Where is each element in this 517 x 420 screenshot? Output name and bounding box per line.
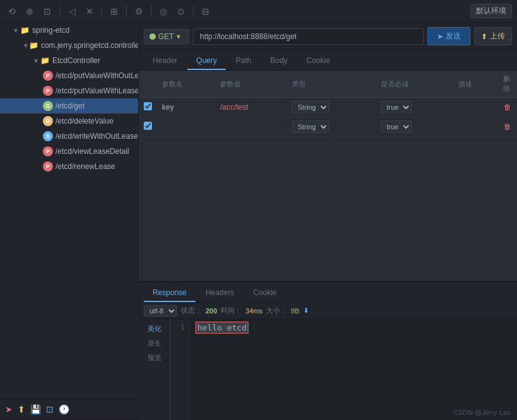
method-label: GET xyxy=(158,32,174,41)
method-dot xyxy=(149,33,156,40)
sidebar-icon-save[interactable]: 💾 xyxy=(30,404,41,414)
tree-project[interactable]: ▼ 📁 spring-etcd xyxy=(0,23,138,38)
row0-checkbox[interactable] xyxy=(144,102,152,110)
col-check xyxy=(139,71,157,98)
tree-endpoint-0[interactable]: P /etcd/putValueWithOutLease xyxy=(0,68,138,83)
send-label: 发送 xyxy=(446,31,461,42)
params-table: 参数名 参数值 类型 是否必须 描述 删除 key /acc/test xyxy=(139,71,517,137)
tab-body[interactable]: Body xyxy=(262,52,296,70)
project-arrow: ▼ xyxy=(13,27,20,34)
tree-endpoint-4[interactable]: B /etcd/writeWithOutLease xyxy=(0,129,138,144)
encoding-select[interactable]: utf-8 xyxy=(144,305,177,317)
toolbar-sep-3 xyxy=(126,6,127,17)
row1-required[interactable]: true xyxy=(376,117,453,137)
tree-controller[interactable]: ▼ 📁 EtcdController xyxy=(0,53,138,68)
response-body: 美化 原生 预览 1 hello etcd xyxy=(139,319,517,420)
row0-type-select[interactable]: String xyxy=(292,101,329,114)
toolbar-sep-1 xyxy=(59,6,60,17)
row0-required-select[interactable]: true xyxy=(381,101,412,114)
row0-delete[interactable]: 🗑 xyxy=(498,98,517,117)
right-content: GET ▾ ➤ 发送 ⬆ 上传 Header Query Path Body C… xyxy=(139,23,517,420)
url-input[interactable] xyxy=(193,28,424,45)
toolbar-icon-4[interactable]: ◁ xyxy=(65,4,79,18)
badge-4: B xyxy=(43,131,53,141)
package-arrow: ▼ xyxy=(23,42,29,49)
toolbar-icon-2[interactable]: ⊕ xyxy=(23,4,37,18)
resp-view-preview[interactable]: 预览 xyxy=(139,351,170,365)
download-icon[interactable]: ⬇ xyxy=(303,306,309,315)
sidebar-icon-copy[interactable]: ⊡ xyxy=(46,404,54,414)
tree-endpoint-1[interactable]: P /etcd/putValueWithLease xyxy=(0,83,138,98)
response-section: Response Headers Cookie utf-8 状态： 200 时间… xyxy=(139,281,517,420)
resp-tab-response[interactable]: Response xyxy=(144,284,195,302)
row1-check[interactable] xyxy=(139,117,157,137)
resp-view-raw[interactable]: 原生 xyxy=(139,336,170,351)
sidebar-tree: ▼ 📁 spring-etcd ▼ 📁 com.jerry.springetcd… xyxy=(0,23,139,399)
upload-label: 上传 xyxy=(490,31,505,42)
row1-key xyxy=(157,117,215,137)
row0-type[interactable]: String xyxy=(287,98,376,117)
col-param-value: 参数值 xyxy=(215,71,287,98)
row0-required[interactable]: true xyxy=(376,98,453,117)
sidebar-toolbar: ➤ ⬆ 💾 ⊡ 🕐 xyxy=(0,399,138,420)
sidebar-icon-upload[interactable]: ⬆ xyxy=(18,404,25,414)
package-label: com.jerry.springetcd.controller xyxy=(41,41,139,50)
left-panel: ▼ 📁 spring-etcd ▼ 📁 com.jerry.springetcd… xyxy=(0,23,139,420)
toolbar-icon-5[interactable]: ✕ xyxy=(83,4,96,18)
row0-check[interactable] xyxy=(139,98,157,117)
tree-endpoint-5[interactable]: P /etcd/viewLeaseDetail xyxy=(0,144,138,159)
row0-key: key xyxy=(157,98,215,117)
tree-package[interactable]: ▼ 📁 com.jerry.springetcd.controller xyxy=(0,38,138,53)
time-label: 时间： xyxy=(221,306,241,315)
toolbar-sep-2 xyxy=(102,6,102,17)
size-label: 大小： xyxy=(266,306,287,315)
col-type: 类型 xyxy=(287,71,376,98)
resp-tab-headers[interactable]: Headers xyxy=(197,284,243,302)
tab-cookie[interactable]: Cookie xyxy=(298,52,339,70)
col-delete: 删除 xyxy=(498,71,517,98)
tab-query[interactable]: Query xyxy=(187,52,226,70)
controller-label: EtcdController xyxy=(52,56,100,65)
col-desc: 描述 xyxy=(453,71,499,98)
row0-value: /acc/test xyxy=(215,98,287,117)
url-bar: GET ▾ ➤ 发送 ⬆ 上传 xyxy=(139,23,517,50)
row1-type-select[interactable]: String xyxy=(292,120,329,133)
tab-header[interactable]: Header xyxy=(144,52,186,70)
tree-endpoint-2[interactable]: G /etcd/get xyxy=(0,98,138,114)
send-button[interactable]: ➤ 发送 xyxy=(427,27,470,45)
row1-delete[interactable]: 🗑 xyxy=(498,117,517,137)
response-status-bar: utf-8 状态： 200 时间： 34ms 大小： 9B ⬇ xyxy=(139,303,517,319)
method-select[interactable]: GET ▾ xyxy=(144,29,189,44)
upload-button[interactable]: ⬆ 上传 xyxy=(474,27,512,45)
table-header-row: 参数名 参数值 类型 是否必须 描述 删除 xyxy=(139,71,517,98)
project-label: spring-etcd xyxy=(32,26,69,35)
row1-checkbox[interactable] xyxy=(144,122,152,130)
request-tabs-bar: Header Query Path Body Cookie xyxy=(139,50,517,71)
status-label: 状态： xyxy=(181,306,202,315)
tree-endpoint-6[interactable]: P /etcd/renewLease xyxy=(0,159,138,174)
resp-tab-cookie[interactable]: Cookie xyxy=(244,284,285,302)
toolbar-icon-9[interactable]: ⊙ xyxy=(174,4,188,18)
col-required: 是否必须 xyxy=(376,71,453,98)
sidebar-icon-history[interactable]: 🕐 xyxy=(59,404,69,414)
tree-endpoint-3[interactable]: D /etcd/deleteValue xyxy=(0,114,138,129)
row1-type[interactable]: String xyxy=(287,117,376,137)
tab-path[interactable]: Path xyxy=(227,52,260,70)
row1-required-select[interactable]: true xyxy=(381,120,412,133)
resp-view-beautify[interactable]: 美化 xyxy=(139,322,170,336)
toolbar-icon-8[interactable]: ◎ xyxy=(156,4,170,18)
response-highlighted-text: hello etcd xyxy=(195,322,248,334)
toolbar-icon-3[interactable]: ⊡ xyxy=(40,4,54,18)
line-numbers: 1 xyxy=(170,319,189,420)
sidebar-icon-send[interactable]: ➤ xyxy=(5,404,13,414)
project-folder-icon: 📁 xyxy=(20,26,30,35)
watermark: CSDN @Jerry Lau xyxy=(453,409,511,416)
toolbar-icon-6[interactable]: ⊞ xyxy=(107,4,121,18)
table-row: String true 🗑 xyxy=(139,117,517,137)
toolbar-icon-7[interactable]: ⚙ xyxy=(132,4,146,18)
toolbar-icon-10[interactable]: ⊟ xyxy=(199,4,212,18)
row1-value xyxy=(215,117,287,137)
toolbar-env[interactable]: 默认环境 xyxy=(470,4,512,18)
badge-3: D xyxy=(43,116,53,126)
toolbar-icon-1[interactable]: ⟲ xyxy=(5,4,19,18)
